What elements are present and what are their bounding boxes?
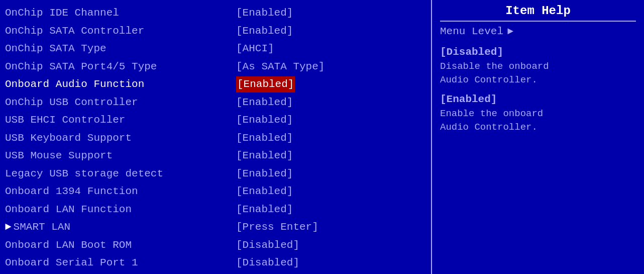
table-row[interactable]: OnChip USB Controller[Enabled] xyxy=(5,94,426,112)
table-row[interactable]: OnChip SATA Port4/5 Type[As SATA Type] xyxy=(5,58,426,76)
bios-label: Legacy USB storage detect xyxy=(5,166,236,182)
menu-level-row: Menu Level ► xyxy=(440,26,636,37)
bios-value[interactable]: [Enabled] xyxy=(236,76,295,93)
bios-value: [As SATA Type] xyxy=(236,59,325,75)
help-section-disabled: [Disabled] Disable the onboardAudio Cont… xyxy=(440,46,636,86)
bios-label: Onboard 1394 Function xyxy=(5,184,236,200)
table-row[interactable]: OnChip SATA Controller[Enabled] xyxy=(5,22,426,40)
menu-level-label: Menu Level xyxy=(440,26,503,37)
bios-value: [AHCI] xyxy=(236,41,274,57)
bios-label: OnChip SATA Controller xyxy=(5,23,236,39)
bios-value: [Enabled] xyxy=(236,23,293,39)
menu-level-arrow: ► xyxy=(507,26,513,37)
bios-label: USB EHCI Controller xyxy=(5,112,236,128)
bios-value: [Press Enter] xyxy=(236,219,318,235)
help-panel: Item Help Menu Level ► [Disabled] Disabl… xyxy=(432,0,644,274)
bios-label: USB Mouse Support xyxy=(5,148,236,164)
help-value-disabled: [Disabled] xyxy=(440,46,636,58)
table-row[interactable]: USB Mouse Support[Enabled] xyxy=(5,147,426,165)
bios-value: [Enabled] xyxy=(236,148,293,164)
table-row[interactable]: Onboard LAN Function[Enabled] xyxy=(5,201,426,219)
bios-label: ►SMART LAN xyxy=(5,219,236,235)
table-row[interactable]: Onboard Serial Port 1[Disabled] xyxy=(5,254,426,272)
table-row[interactable]: Onboard 1394 Function[Enabled] xyxy=(5,182,426,201)
bios-label: OnChip USB Controller xyxy=(5,95,236,111)
bios-value: [Enabled] xyxy=(236,202,293,218)
table-row[interactable]: ►SMART LAN[Press Enter] xyxy=(5,218,426,236)
bios-screen: OnChip IDE Channel[Enabled]OnChip SATA C… xyxy=(0,0,644,274)
bios-label: Onboard LAN Function xyxy=(5,202,236,218)
bios-label: OnChip SATA Port4/5 Type xyxy=(5,59,236,75)
table-row[interactable]: USB EHCI Controller[Enabled] xyxy=(5,111,426,129)
table-row[interactable]: Onboard LAN Boot ROM[Disabled] xyxy=(5,236,426,254)
bios-label: OnChip SATA Type xyxy=(5,41,236,57)
help-section-enabled: [Enabled] Enable the onboardAudio Contro… xyxy=(440,94,636,134)
bios-label: Onboard Audio Function xyxy=(5,76,236,93)
table-row[interactable]: OnChip IDE Channel[Enabled] xyxy=(5,4,426,22)
bios-label: USB Keyboard Support xyxy=(5,130,236,146)
bios-value: [Disabled] xyxy=(236,255,299,271)
table-row[interactable]: OnChip SATA Type[AHCI] xyxy=(5,40,426,58)
main-panel: OnChip IDE Channel[Enabled]OnChip SATA C… xyxy=(0,0,432,274)
bios-label: Onboard LAN Boot ROM xyxy=(5,237,236,253)
bios-value: [Enabled] xyxy=(236,130,293,146)
help-desc-enabled: Enable the onboardAudio Controller. xyxy=(440,107,636,134)
table-row[interactable]: Onboard Parallel Port[Disabled] xyxy=(5,272,426,275)
bios-value: [Enabled] xyxy=(236,5,293,21)
bios-value: [Enabled] xyxy=(236,95,293,111)
help-title: Item Help xyxy=(440,4,636,22)
table-row[interactable]: Legacy USB storage detect[Enabled] xyxy=(5,165,426,183)
help-desc-disabled: Disable the onboardAudio Controller. xyxy=(440,60,636,86)
bios-label: Onboard Serial Port 1 xyxy=(5,255,236,271)
table-row[interactable]: USB Keyboard Support[Enabled] xyxy=(5,129,426,147)
table-row[interactable]: Onboard Audio Function[Enabled] xyxy=(5,75,426,94)
help-value-enabled: [Enabled] xyxy=(440,94,636,105)
bios-label: OnChip IDE Channel xyxy=(5,5,236,21)
bios-value: [Enabled] xyxy=(236,184,293,200)
bios-value: [Disabled] xyxy=(236,237,299,253)
bios-value: [Enabled] xyxy=(236,166,293,182)
bios-value: [Enabled] xyxy=(236,112,293,128)
pointer-icon: ► xyxy=(5,221,12,233)
